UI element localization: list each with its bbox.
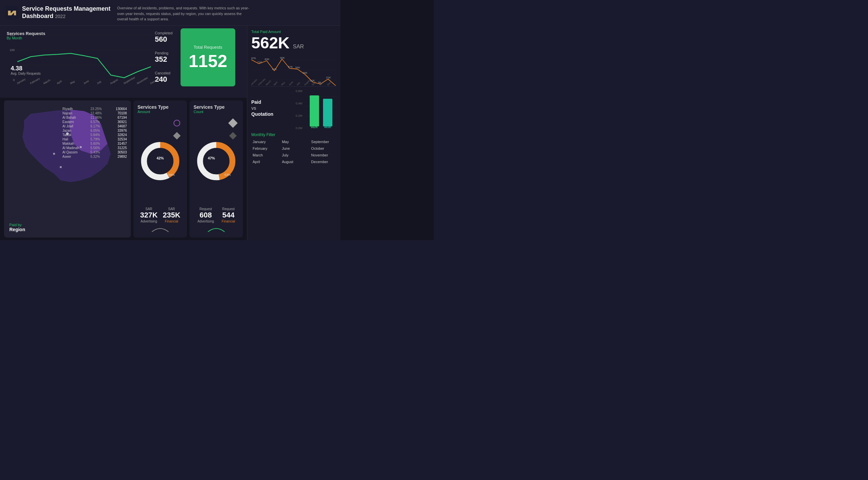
svg-text:0: 0 xyxy=(13,78,15,82)
svg-text:562K: 562K xyxy=(311,125,318,129)
month-filter-item[interactable]: September xyxy=(310,139,336,145)
advertising-amount-label: SAR 327K Advertising xyxy=(140,207,158,223)
svg-point-23 xyxy=(60,166,62,168)
bottom-row: Riyadh23.25%130664Najran12.48%70108Al Ba… xyxy=(0,98,247,241)
svg-text:August: August xyxy=(304,79,311,86)
services-count-subtitle: Count xyxy=(193,110,239,114)
svg-text:47%: 47% xyxy=(208,156,215,160)
monthly-filter-title: Monthly Filter xyxy=(251,132,336,137)
svg-text:January: January xyxy=(17,77,26,85)
sparkline-area: 87K 71K 83K 47K 90K 57K 54K 36K 11K 5K 2… xyxy=(251,56,336,86)
svg-text:February: February xyxy=(30,77,40,85)
month-filter-item[interactable]: November xyxy=(310,153,336,158)
bottom-arc2-svg xyxy=(206,225,226,233)
bottom-arc-svg xyxy=(150,225,170,233)
line-chart-container: Services Requests By Month 4.38 Avg. Dai… xyxy=(4,28,146,95)
month-filter-item[interactable]: July xyxy=(281,153,307,158)
financial-count-label: Request 544 Financial xyxy=(222,207,235,223)
total-paid-value: 562K xyxy=(251,35,290,51)
svg-text:87K: 87K xyxy=(251,57,256,60)
svg-text:200: 200 xyxy=(10,33,15,37)
svg-text:April: April xyxy=(56,79,63,85)
svg-text:483K: 483K xyxy=(324,125,331,129)
svg-text:36K: 36K xyxy=(303,71,308,74)
logo-icon xyxy=(5,6,19,19)
svg-text:March: March xyxy=(43,78,51,85)
total-requests-value: 1152 xyxy=(189,52,227,70)
total-paid-unit: SAR xyxy=(293,44,304,50)
services-amount-subtitle: Amount xyxy=(137,110,183,114)
left-section: Services Requests By Month 4.38 Avg. Dai… xyxy=(0,26,247,241)
header-title: Service Requests Management Dashboard 20… xyxy=(22,5,111,20)
body-grid: Services Requests By Month 4.38 Avg. Dai… xyxy=(0,26,340,241)
month-filter-item[interactable]: January xyxy=(251,139,278,145)
svg-text:71K: 71K xyxy=(257,61,262,64)
svg-rect-65 xyxy=(323,99,332,126)
month-filter-item[interactable]: October xyxy=(310,146,336,151)
advertising-count-label: Request 608 Advertising xyxy=(197,207,214,223)
donut-count-svg: 47% 53% xyxy=(193,138,239,185)
month-filter-item[interactable]: May xyxy=(281,139,307,145)
legend-diamond2-icon xyxy=(228,118,238,127)
svg-text:100: 100 xyxy=(10,49,15,52)
donut-amount-svg: 42% 58% xyxy=(137,138,183,185)
svg-text:June: June xyxy=(288,81,294,86)
paid-vs-label: Paid VS Quotation xyxy=(251,99,273,118)
svg-text:April: April xyxy=(273,81,278,86)
financial-amount-label: SAR 235K Financial xyxy=(163,207,181,223)
svg-text:21K: 21K xyxy=(326,76,331,79)
month-filter-item[interactable]: March xyxy=(251,153,278,158)
region-table: Riyadh23.25%130664Najran12.48%70108Al Ba… xyxy=(62,107,127,159)
svg-text:42%: 42% xyxy=(156,156,164,160)
svg-text:47K: 47K xyxy=(272,68,277,71)
bar-chart-svg: 562K 483K xyxy=(306,93,336,130)
header: Service Requests Management Dashboard 20… xyxy=(0,0,340,26)
svg-text:83K: 83K xyxy=(265,58,270,61)
svg-text:57K: 57K xyxy=(288,65,293,68)
month-filter-item[interactable]: February xyxy=(251,146,278,151)
svg-text:July: July xyxy=(296,81,301,86)
total-requests-card: Total Requests 1152 xyxy=(181,28,235,86)
table-row: Al Bahah11.96%67194 xyxy=(62,116,127,120)
svg-text:53%: 53% xyxy=(224,172,231,176)
bar-chart-area: Paid VS Quotation 0.6M 0.4M 0.2M 0.0M xyxy=(251,86,336,130)
table-row: Aseer5.32%29892 xyxy=(62,155,127,158)
svg-point-21 xyxy=(53,153,55,155)
month-filter-item[interactable]: August xyxy=(281,159,307,164)
services-count-title: Services Type xyxy=(193,104,239,110)
svg-text:Dec: Dec xyxy=(327,81,331,86)
monthly-filter: Monthly Filter JanuaryMaySeptemberFebrua… xyxy=(251,132,336,164)
svg-text:March: March xyxy=(265,79,272,86)
table-row: Najran12.48%70108 xyxy=(62,111,127,115)
table-row: Tabuk5.84%32824 xyxy=(62,133,127,137)
services-amount-card: Services Type Amount 42% xyxy=(133,100,187,238)
count-labels-row: Request 608 Advertising Request 544 Fina… xyxy=(193,206,239,223)
svg-text:August: August xyxy=(110,78,119,85)
table-row: Hail5.79%32534 xyxy=(62,137,127,141)
legend-diamond3-icon xyxy=(229,132,237,139)
line-chart-svg: 200 100 0 January February March April M… xyxy=(4,32,164,85)
month-filter-item[interactable]: June xyxy=(281,146,307,151)
total-paid-section: Total Paid Amount 562K SAR xyxy=(251,30,336,51)
sparkline-svg: 87K 71K 83K 47K 90K 57K 54K 36K 11K 5K 2… xyxy=(251,56,337,86)
table-row: Eastern6.57%36921 xyxy=(62,120,127,124)
svg-text:December: December xyxy=(150,76,162,85)
services-amount-donut: 42% 58% xyxy=(137,117,183,206)
table-row: Al Jowf6.17%34687 xyxy=(62,124,127,128)
svg-text:58%: 58% xyxy=(168,172,175,176)
svg-text:May: May xyxy=(281,81,286,86)
header-description: Overview of all incidents, problems, and… xyxy=(117,5,251,22)
svg-text:July: July xyxy=(96,80,102,85)
legend-circle-icon xyxy=(174,120,180,126)
month-filter-item[interactable]: April xyxy=(251,159,278,164)
main-content: Service Requests Management Dashboard 20… xyxy=(0,0,340,240)
table-row: Al Qassim5.43%30503 xyxy=(62,151,127,154)
month-filter-item[interactable]: December xyxy=(310,159,336,164)
svg-text:54K: 54K xyxy=(295,66,300,69)
table-row: Riyadh23.25%130664 xyxy=(62,107,127,111)
svg-text:February: February xyxy=(258,77,266,86)
total-paid-label: Total Paid Amount xyxy=(251,30,336,34)
dashboard-title: Service Requests Management Dashboard 20… xyxy=(22,5,111,20)
table-row: Makkah5.60%31457 xyxy=(62,142,127,146)
svg-text:May: May xyxy=(70,80,76,85)
